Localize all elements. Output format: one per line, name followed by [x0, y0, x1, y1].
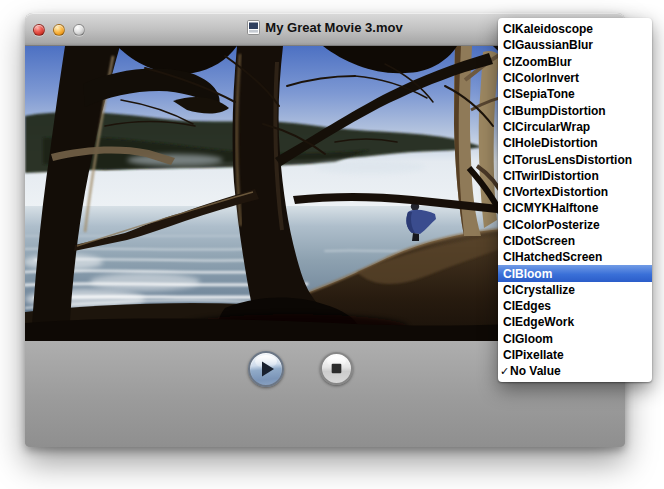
play-button[interactable]: [248, 351, 284, 387]
menu-item-cisepiatone[interactable]: CISepiaTone: [498, 86, 652, 102]
menu-item-ciholedistortion[interactable]: CIHoleDistortion: [498, 135, 652, 151]
menu-item-label: CIColorInvert: [503, 71, 579, 85]
menu-item-label: CITwirlDistortion: [503, 169, 599, 183]
menu-item-citoruslensdistortion[interactable]: CITorusLensDistortion: [498, 151, 652, 167]
menu-item-label: CIVortexDistortion: [503, 185, 608, 199]
menu-item-label: CIHoleDistortion: [503, 136, 598, 150]
menu-item-label: CICircularWrap: [503, 120, 590, 134]
zoom-button[interactable]: [73, 24, 85, 36]
menu-item-cihatchedscreen[interactable]: CIHatchedScreen: [498, 249, 652, 265]
menu-item-cicolorposterize[interactable]: CIColorPosterize: [498, 217, 652, 233]
menu-item-label: CIEdges: [503, 299, 551, 313]
menu-item-ciedges[interactable]: CIEdges: [498, 298, 652, 314]
menu-item-label: CIEdgeWork: [503, 315, 574, 329]
menu-item-label: CIZoomBlur: [503, 55, 572, 69]
traffic-lights: [33, 24, 85, 36]
menu-item-label: CICMYKHalftone: [503, 201, 598, 215]
menu-item-cibloom[interactable]: CIBloom: [498, 265, 652, 281]
menu-item-label: CICrystallize: [503, 283, 575, 297]
menu-item-cicmykhalftone[interactable]: CICMYKHalftone: [498, 200, 652, 216]
menu-item-label: CIHatchedScreen: [503, 250, 602, 264]
menu-item-cidotscreen[interactable]: CIDotScreen: [498, 233, 652, 249]
menu-item-label: CIPixellate: [503, 348, 564, 362]
menu-item-label: CIDotScreen: [503, 234, 575, 248]
play-icon: [250, 353, 282, 385]
menu-item-cikaleidoscope[interactable]: CIKaleidoscope: [498, 21, 652, 37]
menu-item-label: CIKaleidoscope: [503, 22, 593, 36]
menu-item-cicrystallize[interactable]: CICrystallize: [498, 282, 652, 298]
menu-item-label: CISepiaTone: [503, 87, 575, 101]
menu-item-label: CITorusLensDistortion: [503, 153, 632, 167]
menu-item-label: CIGaussianBlur: [503, 38, 593, 52]
menu-item-cigaussianblur[interactable]: CIGaussianBlur: [498, 37, 652, 53]
close-button[interactable]: [33, 24, 45, 36]
menu-item-no-value[interactable]: ✓No Value: [498, 363, 652, 379]
stop-button[interactable]: [320, 352, 353, 385]
checkmark-icon: ✓: [500, 365, 510, 378]
movie-document-icon: [247, 20, 260, 35]
menu-item-ciedgework[interactable]: CIEdgeWork: [498, 314, 652, 330]
menu-item-cizoomblur[interactable]: CIZoomBlur: [498, 54, 652, 70]
window-title: My Great Movie 3.mov: [265, 20, 402, 35]
menu-item-cigloom[interactable]: CIGloom: [498, 331, 652, 347]
window-title-group: My Great Movie 3.mov: [247, 20, 402, 35]
menu-item-cicolorinvert[interactable]: CIColorInvert: [498, 70, 652, 86]
filter-popup-menu: CIKaleidoscopeCIGaussianBlurCIZoomBlurCI…: [498, 18, 652, 382]
menu-item-civortexdistortion[interactable]: CIVortexDistortion: [498, 184, 652, 200]
menu-item-label: CIBumpDistortion: [503, 104, 606, 118]
menu-item-label: CIGloom: [503, 332, 553, 346]
menu-item-label: CIColorPosterize: [503, 218, 600, 232]
minimize-button[interactable]: [53, 24, 65, 36]
menu-item-label: No Value: [510, 364, 561, 378]
menu-item-cibumpdistortion[interactable]: CIBumpDistortion: [498, 102, 652, 118]
stop-icon: [322, 354, 351, 383]
menu-item-label: CIBloom: [503, 267, 552, 281]
menu-item-citwirldistortion[interactable]: CITwirlDistortion: [498, 168, 652, 184]
menu-item-cicircularwrap[interactable]: CICircularWrap: [498, 119, 652, 135]
menu-item-cipixellate[interactable]: CIPixellate: [498, 347, 652, 363]
desktop-canvas: My Great Movie 3.mov: [0, 0, 664, 489]
